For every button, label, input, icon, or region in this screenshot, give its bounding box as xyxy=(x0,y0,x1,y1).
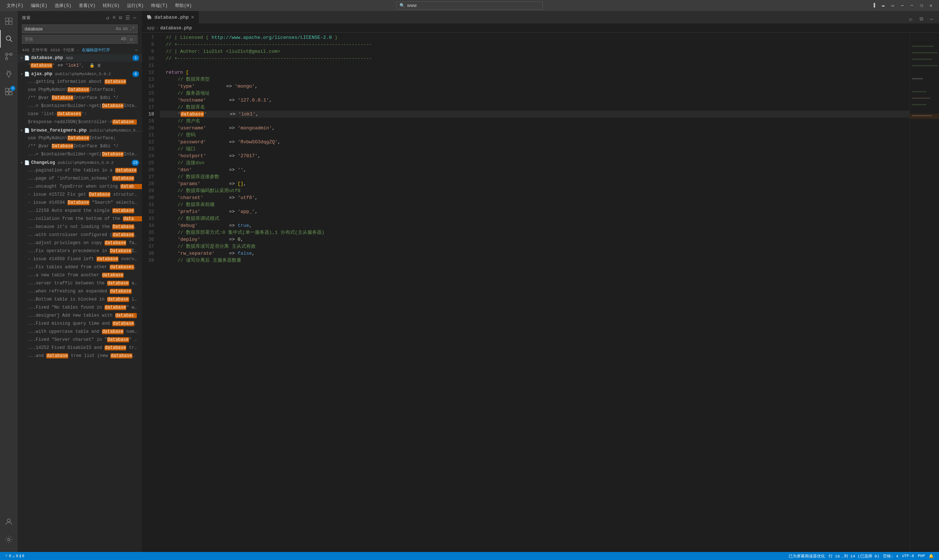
match-item[interactable]: ...getting information about database xyxy=(18,78,142,86)
menu-file[interactable]: 文件(F) xyxy=(4,2,26,9)
activity-debug[interactable] xyxy=(0,65,18,83)
match-item[interactable]: ...Fix tables added from other databases… xyxy=(18,263,142,271)
file-header-browse-foreigners[interactable]: ▾ 📄 browse_foreigners.php public\phpMyAd… xyxy=(18,127,142,134)
menu-edit[interactable]: 编辑(E) xyxy=(28,2,51,9)
match-item[interactable]: ...= $containerBuilder->get(DatabaseInte… xyxy=(18,150,142,158)
close-button[interactable]: ✕ xyxy=(927,2,935,9)
match-item[interactable]: /** @var DatabaseInterface $dbi */ xyxy=(18,94,142,102)
activity-settings[interactable] xyxy=(0,531,18,548)
code-content[interactable]: // | Licensed ( http://www.apache.org/li… xyxy=(160,32,910,552)
match-item[interactable]: ...14252 Fixed DisableIS and database tr… xyxy=(18,344,142,352)
more-icon[interactable]: ⋯ xyxy=(898,2,907,9)
status-language[interactable]: PHP xyxy=(916,554,927,559)
more-actions-icon[interactable]: ⋯ xyxy=(927,15,936,23)
match-item[interactable]: ...with controluser configured (database… xyxy=(18,231,142,239)
toggle-panel-icon[interactable]: ▬ xyxy=(879,2,888,9)
status-encoding[interactable]: UTF-8 xyxy=(900,554,916,559)
replace-all-button[interactable]: ⊟ xyxy=(128,36,135,43)
match-item[interactable]: ...12158 Auto expand the single database xyxy=(18,207,142,215)
sidebar-header-icons[interactable]: ↺ ≡ ⊟ ☰ ⋯ xyxy=(105,14,137,22)
collapse-results-icon[interactable]: ⊟ xyxy=(118,14,123,22)
match-item[interactable]: ...because it's not loading the Database… xyxy=(18,223,142,231)
status-position[interactable]: 行 18，列 14 (已选择 0) xyxy=(827,554,881,559)
menu-terminal[interactable]: 终端(T) xyxy=(148,2,171,9)
maximize-button[interactable]: ❐ xyxy=(917,2,926,9)
match-item[interactable]: use PhpMyAdmin\DatabaseInterface; xyxy=(18,86,142,94)
match-item[interactable]: ...server traffic between the database a… xyxy=(18,279,142,287)
activity-git[interactable] xyxy=(0,48,18,65)
match-item[interactable]: ...pagination of the tables in a databas… xyxy=(18,166,142,174)
match-item[interactable]: ...designer] Add new tables with databas… xyxy=(18,312,142,320)
replace-input[interactable] xyxy=(25,37,120,42)
match-item[interactable]: ...a new table from another database xyxy=(18,271,142,279)
status-screen-reader[interactable]: 已为屏幕阅读器优化 xyxy=(787,554,826,559)
breadcrumb-file[interactable]: database.php xyxy=(160,26,192,31)
match-item[interactable]: ...adjust privileges on copy database fa… xyxy=(18,239,142,247)
use-regex-icon[interactable]: .* xyxy=(129,26,135,32)
search-input[interactable] xyxy=(25,26,114,32)
file-header-database-php[interactable]: ▾ 📄 database.php app 1 xyxy=(18,54,142,62)
tab-database-php[interactable]: 🐘 database.php ✕ xyxy=(142,11,199,23)
file-header-ajax-php[interactable]: ▾ 📄 ajax.php public\phpMyAdmin_5.0.2 6 xyxy=(18,70,142,78)
menu-run[interactable]: 运行(R) xyxy=(124,2,147,9)
match-item[interactable]: case 'list-databases': xyxy=(18,110,142,118)
menu-bar[interactable]: 文件(F) 编辑(E) 选择(S) 查看(V) 转到(G) 运行(R) 终端(T… xyxy=(4,2,195,9)
activity-search[interactable] xyxy=(0,30,18,48)
results-more-icon[interactable]: ⋯ xyxy=(135,48,137,52)
expand-results-icon[interactable]: ☰ xyxy=(125,14,131,22)
more-options-icon[interactable]: ⋯ xyxy=(133,14,137,22)
match-word-icon[interactable]: ab xyxy=(122,26,128,32)
minimap[interactable] xyxy=(910,32,939,552)
match-item[interactable]: ...= $containerBuilder->get(DatabaseInte… xyxy=(18,102,142,110)
match-item[interactable]: - issue #15722 Fix get Database structur… xyxy=(18,191,142,198)
match-item[interactable]: ...collation from the bottom of the data… xyxy=(18,215,142,223)
replace-input-row[interactable]: AB ⊟ xyxy=(22,35,137,44)
toggle-sidebar-icon[interactable]: ▐ xyxy=(869,2,878,9)
menu-view[interactable]: 查看(V) xyxy=(76,2,99,9)
activity-extensions[interactable]: 1 xyxy=(0,83,18,100)
match-item[interactable]: ...page of 'information_schema' database xyxy=(18,174,142,183)
match-item[interactable]: ...Fixed missing query time and database… xyxy=(18,320,142,328)
match-item[interactable]: 'database' => 'lok1', 🔒 🗑 xyxy=(18,62,142,70)
status-branch[interactable]: ⑂ 0 ⚠ 0 ℹ 0 xyxy=(4,554,26,558)
minimize-button[interactable]: — xyxy=(907,2,916,9)
match-item[interactable]: ...uncaught TypeError when sorting datab… xyxy=(18,183,142,191)
match-item[interactable]: /** @var DatabaseInterface $dbi */ xyxy=(18,142,142,150)
match-item[interactable]: ...Fixed "Server charset" in "Database" … xyxy=(18,336,142,344)
match-item[interactable]: ...with uppercase table and database nam… xyxy=(18,328,142,336)
match-item[interactable]: use PhpMyAdmin\DatabaseInterface; xyxy=(18,134,142,142)
menu-help[interactable]: 帮助(H) xyxy=(172,2,195,9)
menu-goto[interactable]: 转到(G) xyxy=(100,2,122,9)
match-item[interactable]: ...when refreshing an expanded database xyxy=(18,287,142,295)
title-search-bar[interactable]: 🔍 xyxy=(396,2,543,9)
window-controls[interactable]: ▐ ▬ ▭ ⋯ — ❐ ✕ xyxy=(869,2,935,9)
file-header-changelog[interactable]: ▾ 📄 ChangeLog public\phpMyAdmin_5.0.2 25 xyxy=(18,159,142,166)
match-item[interactable]: - issue #14950 Fixed left database overv… xyxy=(18,255,142,263)
title-search-input[interactable] xyxy=(407,3,540,8)
refresh-results-icon[interactable]: ↺ xyxy=(105,14,110,22)
match-item[interactable]: ...Fix operators precedence in DatabaseI… xyxy=(18,247,142,255)
open-in-editor-link[interactable]: 在编辑器中打开 xyxy=(82,48,110,52)
status-notifications[interactable]: 🔔 xyxy=(927,554,935,559)
match-item[interactable]: $response->addJSON($controller->database… xyxy=(18,118,142,126)
match-item[interactable]: - issue #14594 Database "Search" selects… xyxy=(18,198,142,207)
code-line-22: 'password' => 'RvbwSG3dqgZQ', xyxy=(160,138,910,146)
match-case-icon[interactable]: Aa xyxy=(116,26,122,32)
tab-bar-right[interactable]: ▷ ⧉ ⋯ xyxy=(904,15,939,23)
clear-results-icon[interactable]: ≡ xyxy=(112,14,117,22)
breadcrumb-app[interactable]: app xyxy=(147,26,155,31)
search-options[interactable]: Aa ab .* xyxy=(116,26,135,32)
match-item[interactable]: ...and database tree list (new database … xyxy=(18,352,142,360)
split-editor-icon[interactable]: ⧉ xyxy=(917,15,926,23)
tab-close-icon[interactable]: ✕ xyxy=(191,15,194,20)
match-item[interactable]: ...Fixed "No tables found in database" w… xyxy=(18,303,142,312)
activity-account[interactable] xyxy=(0,513,18,531)
status-spaces[interactable]: 空格: 4 xyxy=(881,554,900,559)
menu-select[interactable]: 选择(S) xyxy=(52,2,74,9)
run-icon[interactable]: ▷ xyxy=(907,15,916,23)
replace-with-ab-icon[interactable]: AB xyxy=(121,37,126,42)
toggle-panel2-icon[interactable]: ▭ xyxy=(888,2,897,9)
match-item[interactable]: ...Bottom table is blocked in database l… xyxy=(18,295,142,303)
activity-explorer[interactable] xyxy=(0,12,18,30)
search-input-row[interactable]: Aa ab .* xyxy=(22,25,137,33)
